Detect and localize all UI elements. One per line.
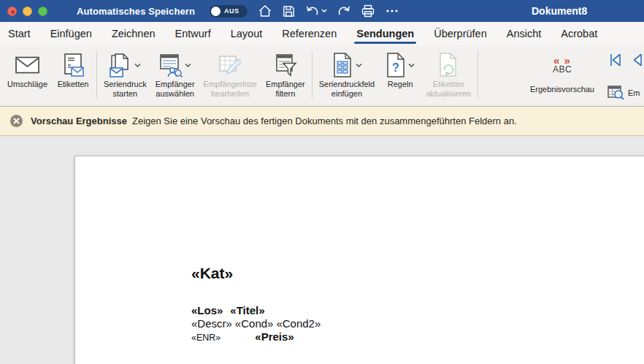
- ribbon-group-create: Umschläge Etiketten: [3, 45, 94, 106]
- svg-text:?: ?: [392, 61, 399, 74]
- empfaenger-filtern-button[interactable]: Empfängerfiltern: [261, 45, 310, 106]
- record-navigation: Em: [607, 45, 643, 106]
- more-actions-button[interactable]: [385, 4, 399, 18]
- redo-icon: [337, 4, 351, 18]
- status-title: Vorschau Ergebnisse: [31, 115, 127, 126]
- minimize-window-button[interactable]: [23, 7, 32, 16]
- chevron-down-icon: [185, 63, 191, 68]
- titlebar-quick-actions: [258, 4, 399, 18]
- close-window-button[interactable]: [7, 7, 17, 16]
- print-button[interactable]: [361, 4, 375, 18]
- labels-icon: [62, 53, 84, 77]
- ribbon-group-start-mail-merge: Seriendruckstarten Empfängerauswählen Em…: [99, 45, 310, 106]
- undo-icon: [305, 4, 320, 18]
- tab-entwurf[interactable]: Entwurf: [175, 22, 212, 45]
- ribbon-divider: [478, 51, 478, 99]
- merge-field-kat: «Kat»: [191, 265, 644, 282]
- update-labels-icon: [437, 53, 459, 77]
- ribbon-group-write-insert-fields: Seriendruckfeldeinfügen ? Regeln Etikett…: [315, 45, 475, 106]
- merge-field-block: «Los»«Titel» «Descr»«Cond»«Cond2» «ENR»«…: [191, 304, 644, 344]
- toggle-knob-icon: [211, 7, 221, 16]
- tab-sendungen[interactable]: Sendungen: [356, 22, 415, 45]
- preview-results-icon: « » ABC: [553, 56, 572, 75]
- titlebar: Automatisches Speichern AUS: [0, 0, 644, 22]
- document-title: Dokument8: [532, 0, 587, 22]
- tab-ueberpruefen[interactable]: Überprüfen: [433, 22, 488, 45]
- first-record-icon: [607, 52, 624, 68]
- chevron-down-icon: [408, 63, 415, 68]
- rules-icon: ?: [386, 53, 406, 77]
- edit-recipient-list-icon: [218, 53, 242, 77]
- merge-field-titel: «Titel»: [230, 304, 264, 316]
- status-x-icon: [10, 115, 23, 127]
- tab-start[interactable]: Start: [7, 22, 31, 45]
- merge-field-cond2: «Cond2»: [276, 317, 321, 330]
- tab-referenzen[interactable]: Referenzen: [281, 22, 337, 45]
- unsaved-dot-icon: [11, 10, 15, 14]
- filter-recipients-icon: [274, 53, 297, 77]
- preview-results-status-bar: Vorschau Ergebnisse Zeigen Sie eine Vors…: [0, 107, 644, 136]
- autosave-toggle[interactable]: AUS: [210, 5, 248, 18]
- status-message: Zeigen Sie eine Vorschau des fertigen Do…: [132, 115, 517, 126]
- ellipsis-icon: [385, 4, 399, 18]
- zoom-window-button[interactable]: [38, 7, 47, 16]
- insert-merge-field-icon: [331, 53, 353, 77]
- document-canvas: «Kat» «Los»«Titel» «Descr»«Cond»«Cond2» …: [0, 136, 644, 364]
- traffic-lights: [7, 7, 47, 16]
- umschlaege-button[interactable]: Umschläge: [3, 45, 52, 106]
- etiketten-aktualisieren-button: Etikettenaktualisieren: [421, 45, 475, 106]
- tab-einfuegen[interactable]: Einfügen: [50, 22, 93, 45]
- previous-record-icon: [631, 52, 643, 68]
- ribbon-tab-bar: Start Einfügen Zeichnen Entwurf Layout R…: [0, 22, 644, 45]
- tab-zeichnen[interactable]: Zeichnen: [111, 22, 156, 45]
- envelope-icon: [15, 56, 39, 74]
- word-window: Automatisches Speichern AUS: [0, 0, 644, 364]
- empfaenger-suchen-button[interactable]: Em: [607, 86, 643, 100]
- start-mail-merge-icon: [109, 53, 132, 77]
- tab-ansicht[interactable]: Ansicht: [506, 22, 543, 45]
- save-button[interactable]: [282, 4, 296, 18]
- merge-field-cond: «Cond»: [235, 317, 274, 330]
- seriendruckfeld-einfuegen-button[interactable]: Seriendruckfeldeinfügen: [315, 45, 379, 106]
- ribbon-group-preview-results: « » ABC Ergebnisvorschau Em: [526, 45, 643, 106]
- seriendruck-starten-button[interactable]: Seriendruckstarten: [99, 45, 151, 106]
- merge-field-preis: «Preis»: [255, 330, 294, 344]
- save-icon: [282, 4, 296, 18]
- ribbon-sendungen: Umschläge Etiketten Seriendruckstarten: [0, 45, 644, 107]
- ribbon-divider: [96, 51, 97, 99]
- printer-icon: [361, 4, 375, 18]
- find-recipient-icon: [607, 86, 625, 100]
- document-page[interactable]: «Kat» «Los»«Titel» «Descr»«Cond»«Cond2» …: [74, 156, 644, 364]
- empfaenger-auswaehlen-button[interactable]: Empfängerauswählen: [151, 45, 199, 106]
- merge-field-descr: «Descr»: [191, 317, 232, 330]
- autosave-label: Automatisches Speichern: [77, 6, 195, 17]
- undo-button[interactable]: [305, 4, 327, 18]
- regeln-button[interactable]: ? Regeln: [379, 45, 421, 106]
- merge-field-los: «Los»: [191, 304, 223, 316]
- home-button[interactable]: [258, 4, 272, 18]
- select-recipients-icon: [158, 53, 183, 77]
- first-record-button[interactable]: [607, 52, 624, 71]
- empfaengerliste-bearbeiten-button: Empfängerlistebearbeiten: [199, 45, 261, 106]
- chevron-down-icon: [356, 63, 362, 68]
- merge-field-enr: «ENR»: [191, 333, 221, 343]
- autosave-state: AUS: [224, 7, 239, 15]
- chevron-down-icon: [321, 9, 327, 13]
- tab-acrobat[interactable]: Acrobat: [560, 22, 598, 45]
- ribbon-divider: [312, 51, 313, 99]
- etiketten-button[interactable]: Etiketten: [52, 45, 94, 106]
- previous-record-button[interactable]: [631, 52, 643, 71]
- redo-button[interactable]: [337, 4, 351, 18]
- chevron-down-icon: [134, 63, 141, 68]
- ergebnisvorschau-button[interactable]: « » ABC Ergebnisvorschau: [526, 45, 599, 106]
- tab-layout[interactable]: Layout: [230, 22, 264, 45]
- home-icon: [258, 4, 272, 18]
